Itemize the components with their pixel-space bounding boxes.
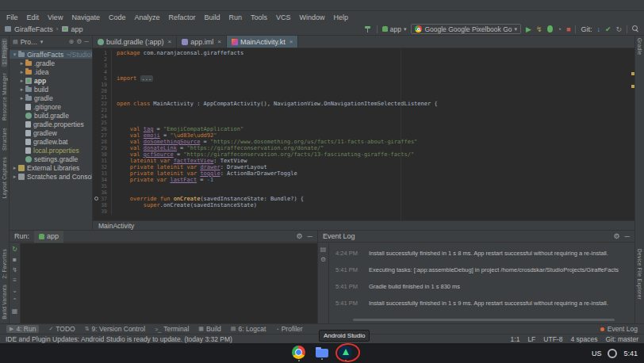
code-line[interactable]: 2 (93, 56, 634, 63)
menu-tools[interactable]: Tools (251, 13, 267, 21)
apply-changes-button[interactable]: ↯ (536, 25, 542, 33)
horizontal-scrollbar[interactable] (353, 319, 615, 321)
toolwindow-9-version-control[interactable]: ⇅9: Version Control (85, 325, 145, 333)
keyboard-layout[interactable]: US (592, 350, 602, 357)
code-line[interactable]: 34 private var lastFact = -1 (93, 177, 634, 183)
gear-icon[interactable]: ⚙ (297, 232, 303, 240)
git-update-button[interactable]: ↓ (596, 25, 600, 33)
code-line[interactable]: 4 (93, 69, 634, 75)
stripe-structure[interactable]: Structure (2, 128, 7, 151)
project-panel-title[interactable]: Project (21, 38, 38, 46)
locate-file-icon[interactable]: ⊕ (68, 38, 74, 45)
tree-item-scratches-and-consoles[interactable]: ▸Scratches and Consoles (10, 172, 92, 181)
run-tool-icon-4[interactable]: ⌄ (12, 287, 17, 294)
editor[interactable]: 1package com.naranjaconsal.giraffefacts2… (93, 48, 634, 220)
hide-panel-icon[interactable]: ─ (625, 232, 630, 240)
menu-edit[interactable]: Edit (27, 13, 40, 21)
indent-setting[interactable]: 4 spaces (570, 335, 597, 343)
menu-view[interactable]: View (48, 13, 63, 21)
breadcrumb-class[interactable]: MainActivity (98, 222, 134, 230)
stripe-device-file-explorer[interactable]: Device File Explorer (637, 249, 642, 300)
git-branch[interactable]: Git: master (605, 335, 638, 343)
menu-window[interactable]: Window (300, 13, 325, 21)
code-line[interactable]: 26 val tag = "EmojiCompatApplication" (93, 126, 634, 132)
code-line[interactable]: 1package com.naranjaconsal.giraffefacts (93, 50, 634, 56)
code-line[interactable]: 5import ... (93, 75, 634, 82)
menu-help[interactable]: Help (334, 13, 349, 21)
menu-code[interactable]: Code (109, 13, 126, 21)
breadcrumb-project[interactable]: GiraffeFacts (14, 25, 53, 33)
tree-item-settings-gradle[interactable]: settings.gradle (10, 155, 92, 163)
debug-button[interactable] (547, 25, 553, 32)
git-commit-button[interactable]: ✔ (605, 25, 611, 33)
tab-build-gradle-app[interactable]: build.gradle (:app)× (93, 36, 177, 48)
close-icon[interactable]: × (289, 38, 293, 45)
code-line[interactable]: 28 val doSomethingSource = "https://www.… (93, 139, 634, 145)
line-separator[interactable]: LF (527, 335, 535, 343)
menu-build[interactable]: Build (204, 13, 220, 21)
code-line[interactable]: 23 (93, 107, 634, 113)
menu-file[interactable]: File (6, 13, 18, 21)
gear-icon[interactable]: ⚙ (614, 232, 620, 240)
system-tray[interactable]: US 5:41 (592, 343, 638, 363)
run-configuration-select[interactable]: app ▾ (382, 25, 407, 33)
tree-item-app[interactable]: ▸app (10, 76, 92, 85)
toolwindow-profiler[interactable]: ◔Profiler (275, 325, 302, 333)
toolwindow-todo[interactable]: ✓TODO (48, 325, 75, 333)
toolwindow-bar-right[interactable]: Event Log (600, 325, 638, 333)
code-line[interactable]: 36 (93, 189, 634, 196)
menu-navigate[interactable]: Navigate (71, 13, 100, 21)
stripe-gradle[interactable]: Gradle (637, 38, 642, 55)
event-tool-icon-1[interactable]: ⚙ (320, 256, 326, 263)
menu-analyze[interactable]: Analyze (134, 13, 159, 21)
chevron-icon[interactable]: ▸ (19, 86, 25, 93)
run-tool-icon-2[interactable]: ↯ (12, 266, 17, 273)
chevron-icon[interactable]: ▸ (19, 95, 25, 101)
menu-run[interactable]: Run (229, 13, 243, 21)
code-line[interactable]: 30 val gcfSource = "https://giraffeconse… (93, 151, 634, 158)
warning-mark[interactable] (631, 85, 634, 88)
clock[interactable]: 5:41 (623, 350, 638, 357)
code-line[interactable]: 20 (93, 88, 634, 94)
stripe-layout-captures[interactable]: Layout Captures (2, 157, 7, 198)
tree-item-idea[interactable]: ▸.idea (10, 67, 92, 76)
chevron-icon[interactable]: ▸ (12, 165, 17, 171)
caret-position[interactable]: 1:1 (511, 335, 520, 343)
tab-app-iml[interactable]: app.iml× (177, 36, 227, 48)
git-rollback-button[interactable]: ↻ (615, 25, 622, 33)
tree-item-external-libraries[interactable]: ▸External Libraries (10, 163, 92, 172)
stripe-resource-manager[interactable]: Resource Manager (2, 73, 7, 120)
code-line[interactable]: 25 (93, 120, 634, 126)
code-line[interactable]: 24 (93, 113, 634, 120)
run-tool-icon-5[interactable]: ⌃ (12, 297, 17, 304)
tree-item-gradle-properties[interactable]: gradle.properties (10, 120, 92, 128)
chevron-down-icon[interactable]: ▾ (40, 39, 44, 45)
hide-panel-icon[interactable]: ─ (84, 38, 89, 45)
files-shelf-item[interactable] (316, 346, 328, 360)
chevron-icon[interactable]: ▸ (19, 78, 25, 84)
chevron-icon[interactable]: ▸ (19, 69, 25, 75)
tree-item-gradlew-bat[interactable]: gradlew.bat (10, 137, 92, 146)
stripe-build-variants[interactable]: Build Variants (2, 285, 7, 319)
code-line[interactable]: 32 private lateinit var drawer: DrawerLa… (93, 164, 634, 170)
run-tool-icon-1[interactable]: ■ (13, 256, 17, 263)
run-button[interactable]: ▶ (526, 25, 531, 33)
tree-item-giraffefacts[interactable]: ▾GiraffeFacts~/StudioProje (10, 50, 92, 59)
toolwindow-build[interactable]: ▦Build (198, 325, 221, 333)
tree-item-gitignore[interactable]: .gitignore (10, 102, 92, 111)
toolwindow-6-logcat[interactable]: ▤6: Logcat (231, 325, 266, 333)
chrome-shelf-item[interactable] (292, 346, 305, 361)
profile-button[interactable]: ◔ (558, 25, 562, 33)
code-line[interactable]: 21 (93, 94, 634, 101)
event-log-button[interactable]: Event Log (608, 325, 638, 333)
breadcrumb-module[interactable]: app (71, 25, 83, 33)
search-everywhere-icon[interactable] (632, 25, 639, 32)
code-area[interactable]: 1package com.naranjaconsal.giraffefacts2… (93, 50, 634, 215)
tree-item-local-properties[interactable]: local.properties (10, 146, 92, 155)
stripe-1-project[interactable]: 1: Project (2, 38, 7, 67)
close-icon[interactable]: × (217, 38, 221, 45)
build-hammer-icon[interactable] (364, 25, 372, 33)
tab-mainactivity-kt[interactable]: MainActivity.kt× (227, 36, 299, 48)
code-line[interactable]: 33 private lateinit var toggle: ActionBa… (93, 170, 634, 177)
code-line[interactable]: 22open class MainActivity : AppCompatAct… (93, 101, 634, 107)
